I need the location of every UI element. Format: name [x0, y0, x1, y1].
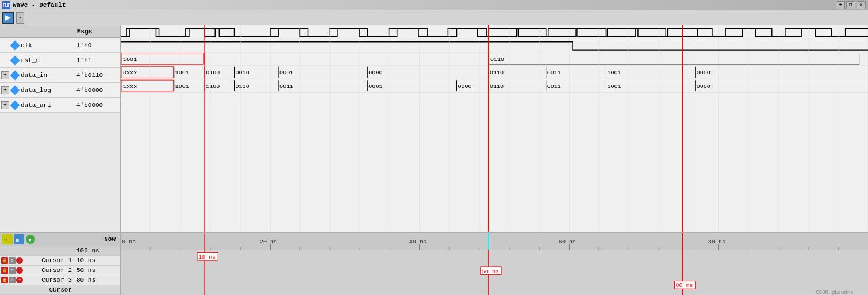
- svg-text:CSDN @Loudrs: CSDN @Loudrs: [816, 290, 853, 295]
- timeline-svg: 0 ns 20 ns 40 ns 60 ns 80 ns: [121, 233, 868, 295]
- window-title: Wave - Default: [13, 2, 836, 9]
- signal-icon-datalog: [10, 85, 20, 95]
- cursor1-icons: 🔒 ⚙ −: [0, 257, 26, 264]
- cursor1-link-icon[interactable]: ⚙: [9, 257, 16, 264]
- signal-name-datain: data_in: [21, 72, 74, 79]
- cursor2-del-icon[interactable]: −: [16, 267, 23, 274]
- svg-text:0000: 0000: [368, 70, 382, 76]
- maximize-btn[interactable]: ⊟: [846, 1, 855, 9]
- msgs-col-header: Msgs: [75, 28, 120, 35]
- signal-icon-dataari: [10, 100, 20, 110]
- signal-icon-rstn: [10, 55, 20, 65]
- signal-name-dataari: data_ari: [21, 102, 74, 109]
- toolbar-icon-3[interactable]: ●: [25, 234, 36, 244]
- svg-text:1001: 1001: [123, 56, 137, 62]
- cursor1-time: 10 ns: [74, 257, 120, 264]
- cursor2-time: 50 ns: [74, 267, 120, 274]
- svg-text:60 ns: 60 ns: [559, 239, 576, 245]
- signal-value-datalog: 4'b0000: [74, 87, 120, 94]
- expand-datain[interactable]: +: [1, 71, 9, 79]
- cursor2-icons: 🔒 ⚙ −: [0, 267, 26, 274]
- cursor3-lock-icon[interactable]: 🔒: [1, 277, 8, 283]
- cursor1-del-icon[interactable]: −: [16, 257, 23, 264]
- svg-text:0010: 0010: [236, 70, 249, 76]
- cursor2-label: Cursor 2: [26, 267, 74, 274]
- svg-text:↔: ↔: [4, 237, 7, 243]
- now-time-value: 100 ns: [74, 247, 120, 254]
- signal-row-dataari[interactable]: + data_ari 4'b0000: [0, 98, 120, 113]
- svg-text:0110: 0110: [490, 70, 504, 76]
- signal-row-datain[interactable]: + data_in 4'b0110: [0, 68, 120, 83]
- close-btn[interactable]: ✕: [857, 1, 866, 9]
- expand-dataari[interactable]: +: [1, 101, 9, 109]
- cursor3-link-icon[interactable]: ⚙: [9, 277, 16, 283]
- signal-row-rstn[interactable]: rst_n 1'h1: [0, 53, 120, 68]
- svg-text:0000: 0000: [697, 70, 710, 76]
- svg-text:0xxx: 0xxx: [123, 70, 137, 76]
- svg-text:▦: ▦: [16, 237, 19, 243]
- svg-text:0 ns: 0 ns: [122, 239, 136, 245]
- cursor3-del-icon[interactable]: −: [16, 277, 23, 283]
- cursor-row-1: 🔒 ⚙ − Cursor 1 10 ns: [0, 256, 120, 266]
- cursor3-icons: 🔒 ⚙ −: [0, 277, 26, 283]
- cursor-row-2: 🔒 ⚙ − Cursor 2 50 ns: [0, 266, 120, 275]
- signal-name-rstn: rst_n: [21, 57, 74, 64]
- signal-value-dataari: 4'b0000: [74, 102, 120, 109]
- cursor1-lock-icon[interactable]: 🔒: [1, 257, 8, 264]
- svg-text:0001: 0001: [368, 83, 382, 89]
- svg-text:40 ns: 40 ns: [409, 239, 427, 245]
- signal-panel: Msgs clk 1'h0 rst_n 1'h1 + data_in: [0, 25, 121, 232]
- cursor-main-label: Cursor: [26, 286, 74, 293]
- svg-text:0110: 0110: [490, 83, 504, 89]
- svg-text:80 ns: 80 ns: [675, 282, 693, 289]
- cursor2-lock-icon[interactable]: 🔒: [1, 267, 8, 274]
- cursor1-label: Cursor 1: [26, 257, 74, 264]
- toolbar-main-btn[interactable]: [2, 12, 14, 24]
- bottom-toolbar: ↔ ▦ ● Now: [0, 233, 120, 246]
- svg-text:0110: 0110: [490, 56, 504, 62]
- signal-value-rstn: 1'h1: [74, 57, 120, 64]
- svg-text:0011: 0011: [547, 70, 561, 76]
- svg-text:0110: 0110: [236, 83, 249, 89]
- svg-text:1001: 1001: [175, 70, 189, 76]
- svg-text:80 ns: 80 ns: [708, 239, 725, 245]
- waveform-area[interactable]: 1001 0110 0xxx 1001 0100 0010 0001: [121, 25, 868, 232]
- signal-icon-datain: [10, 70, 20, 80]
- bottom-right-panel[interactable]: 0 ns 20 ns 40 ns 60 ns 80 ns: [121, 233, 868, 295]
- svg-marker-1: [5, 15, 11, 21]
- svg-text:0011: 0011: [547, 83, 561, 89]
- svg-text:20 ns: 20 ns: [260, 239, 277, 245]
- svg-text:0100: 0100: [206, 70, 220, 76]
- expand-datalog[interactable]: +: [1, 86, 9, 94]
- svg-text:1xxx: 1xxx: [123, 83, 137, 89]
- svg-text:●: ●: [28, 237, 32, 243]
- bottom-left-panel: ↔ ▦ ● Now 100: [0, 233, 121, 295]
- svg-rect-93: [121, 233, 868, 250]
- signal-name-clk: clk: [21, 42, 74, 49]
- svg-text:1001: 1001: [175, 83, 189, 89]
- now-label: Now: [104, 236, 116, 243]
- now-row: 100 ns: [0, 246, 120, 256]
- waveform-svg: 1001 0110 0xxx 1001 0100 0010 0001: [121, 25, 868, 232]
- content-area: Msgs clk 1'h0 rst_n 1'h1 + data_in: [0, 25, 868, 232]
- toolbar: ▾: [0, 10, 868, 25]
- wave-icon: [2, 1, 10, 9]
- signal-row-clk[interactable]: clk 1'h0: [0, 38, 120, 53]
- signal-header: Msgs: [0, 25, 120, 38]
- svg-text:0001: 0001: [279, 70, 293, 76]
- toolbar-dropdown[interactable]: ▾: [16, 12, 24, 24]
- title-bar: Wave - Default + ⊟ ✕: [0, 0, 868, 10]
- signal-value-datain: 4'b0110: [74, 72, 120, 79]
- svg-text:1100: 1100: [206, 83, 220, 89]
- svg-text:0011: 0011: [279, 83, 293, 89]
- toolbar-icon-1[interactable]: ↔: [2, 234, 13, 244]
- toolbar-icon-2[interactable]: ▦: [14, 234, 24, 244]
- cursor3-time: 80 ns: [74, 277, 120, 283]
- svg-text:10 ns: 10 ns: [198, 254, 216, 260]
- svg-text:0000: 0000: [697, 83, 710, 89]
- signal-row-datalog[interactable]: + data_log 4'b0000: [0, 83, 120, 98]
- svg-text:1001: 1001: [608, 83, 621, 89]
- resize-btn[interactable]: +: [836, 1, 845, 9]
- cursor2-link-icon[interactable]: ⚙: [9, 267, 16, 274]
- signal-value-clk: 1'h0: [74, 42, 120, 49]
